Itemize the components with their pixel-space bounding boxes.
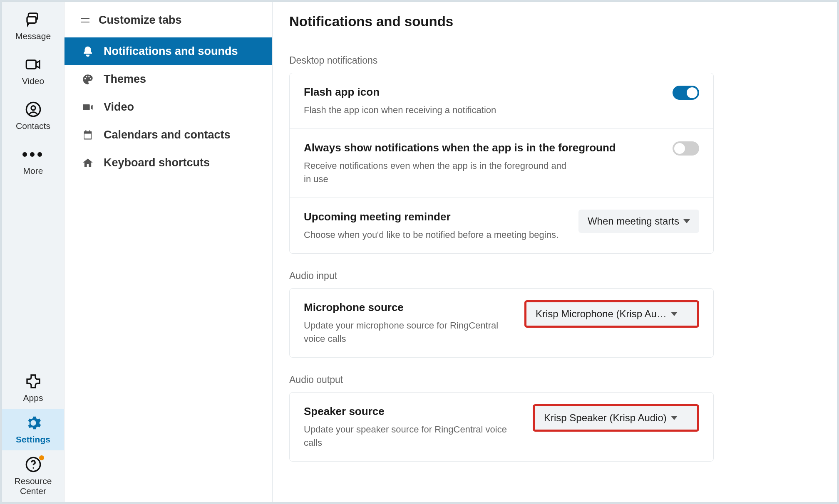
customize-tabs[interactable]: Customize tabs [65,8,272,37]
section-desktop-notifications: Desktop notifications Flash app icon Fla… [289,55,714,254]
rail-label: Apps [23,393,43,403]
rail-item-apps[interactable]: Apps [2,367,64,409]
main-panel: Notifications and sounds Desktop notific… [273,2,837,502]
apps-icon [24,373,42,390]
calendar-icon [81,129,94,141]
sidebar-item-label: Keyboard shortcuts [104,156,210,169]
dropdown-value: When meeting starts [588,215,679,227]
svg-rect-1 [27,17,36,23]
rail-item-contacts[interactable]: Contacts [16,101,50,131]
setting-desc: Update your speaker source for RingCentr… [304,423,516,450]
message-icon [24,11,42,28]
setting-title: Always show notifications when the app i… [304,141,656,155]
rail-item-resource-center[interactable]: Resource Center [2,450,64,502]
help-icon [24,456,42,473]
sidebar-item-notifications[interactable]: Notifications and sounds [65,37,272,65]
setting-title: Upcoming meeting reminder [304,210,562,224]
section-audio-output: Audio output Speaker source Update your … [289,374,714,462]
rail-item-message[interactable]: Message [15,11,51,41]
sidebar-item-label: Notifications and sounds [104,45,238,58]
dropdown-meeting-reminder[interactable]: When meeting starts [578,210,699,233]
sidebar-item-keyboard[interactable]: Keyboard shortcuts [65,149,272,177]
toggle-flash-app-icon[interactable] [673,86,699,100]
row-microphone-source: Microphone source Update your microphone… [290,289,713,357]
setting-desc: Flash the app icon when receiving a noti… [304,104,570,117]
chevron-down-icon [671,312,678,316]
section-title: Audio input [289,270,714,282]
rail-item-video[interactable]: Video [22,56,44,86]
row-flash-app-icon: Flash app icon Flash the app icon when r… [290,73,713,128]
setting-title: Flash app icon [304,85,656,99]
home-icon [81,157,94,169]
dropdown-value: Krisp Speaker (Krisp Audio) [544,412,667,424]
dropdown-value: Krisp Microphone (Krisp Au… [536,308,667,320]
rail-label: Message [15,31,51,41]
setting-title: Microphone source [304,300,508,315]
settings-sidebar: Customize tabs Notifications and sounds … [65,2,273,502]
rail-label: Settings [16,435,50,445]
setting-title: Speaker source [304,404,516,419]
bell-icon [81,46,94,57]
rail-label: Video [22,76,44,86]
rail-label: Resource Center [15,476,52,496]
chevron-down-icon [683,219,690,223]
row-foreground-notifications: Always show notifications when the app i… [290,128,713,198]
section-audio-input: Audio input Microphone source Update you… [289,270,714,358]
rail-label: More [23,166,43,176]
sidebar-item-label: Video [104,101,134,114]
row-upcoming-meeting-reminder: Upcoming meeting reminder Choose when yo… [290,198,713,253]
sidebar-item-label: Themes [104,73,146,86]
page-title: Notifications and sounds [289,14,820,30]
chevron-down-icon [671,416,678,420]
settings-icon [24,415,42,431]
sidebar-item-label: Calendars and contacts [104,128,231,141]
notification-dot [39,455,44,460]
svg-rect-2 [26,60,36,69]
setting-desc: Receive notifications even when the app … [304,159,570,186]
more-icon: ••• [24,146,42,163]
left-rail: Message Video [2,2,65,502]
svg-point-4 [31,106,35,110]
page-header: Notifications and sounds [273,2,837,38]
section-title: Desktop notifications [289,55,714,66]
setting-desc: Choose when you'd like to be notified be… [304,228,562,242]
dropdown-speaker-source[interactable]: Krisp Speaker (Krisp Audio) [533,404,699,432]
customize-label: Customize tabs [99,14,182,27]
sidebar-item-calendars[interactable]: Calendars and contacts [65,121,272,149]
contacts-icon [24,101,42,118]
palette-icon [81,74,94,85]
rail-label: Contacts [16,121,50,131]
sidebar-item-themes[interactable]: Themes [65,65,272,93]
setting-desc: Update your microphone source for RingCe… [304,319,508,346]
video-icon [24,56,42,73]
rail-item-settings[interactable]: Settings [2,409,64,450]
dropdown-microphone-source[interactable]: Krisp Microphone (Krisp Au… [524,300,699,328]
sidebar-item-video[interactable]: Video [65,93,272,121]
camera-icon [81,101,94,113]
row-speaker-source: Speaker source Update your speaker sourc… [290,393,713,461]
svg-point-6 [32,467,34,469]
toggle-foreground-notifications[interactable] [673,141,699,156]
hamburger-icon [81,18,89,22]
rail-item-more[interactable]: ••• More [23,146,43,176]
section-title: Audio output [289,374,714,385]
